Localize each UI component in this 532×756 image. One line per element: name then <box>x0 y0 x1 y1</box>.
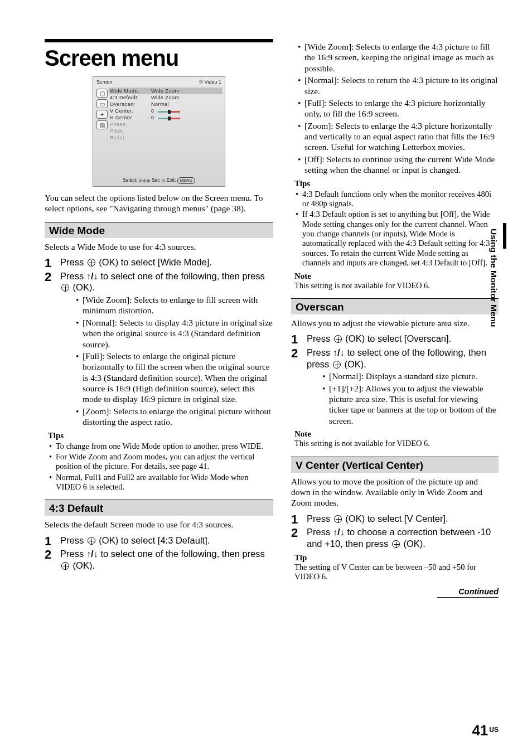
list-item: Normal, Full1 and Full2 are available fo… <box>48 473 273 492</box>
osd-row-label: 4:3 Default: <box>110 95 149 100</box>
section-vcenter: V Center (Vertical Center) <box>291 457 499 473</box>
input-icon: ⦾ <box>199 79 203 85</box>
arrow-icons: ↑/↓ <box>86 549 98 559</box>
step2a: Press <box>307 347 333 357</box>
page-title: Screen menu <box>45 46 273 71</box>
osd-title: Screen <box>96 79 113 85</box>
note-heading: Note <box>294 429 499 439</box>
tip-heading: Tip <box>294 553 499 563</box>
step2a: Press <box>60 271 86 281</box>
tips-heading: Tips <box>294 179 499 188</box>
osd-row-label: Reset: <box>110 135 149 140</box>
default43-options: [Wide Zoom]: Selects to enlarge the 4:3 … <box>291 41 499 176</box>
osd-row-label: H Center: <box>110 115 149 120</box>
wide-mode-tips: To change from one Wide Mode option to a… <box>48 442 273 492</box>
list-item: If 4:3 Default option is set to anything… <box>294 210 499 268</box>
osd-icon-screen: ▭ <box>96 99 108 108</box>
osd-row-value: 0 <box>151 115 221 120</box>
overscan-lead: Allows you to adjust the viewable pictur… <box>291 318 499 328</box>
osd-icon-column: ▢ ▭ ✦ ▤ <box>95 88 109 141</box>
wide-mode-lead: Selects a Wide Mode to use for 4:3 sourc… <box>45 241 273 252</box>
ok-icon <box>334 335 342 343</box>
osd-input: ⦾ Video 1 <box>199 79 221 85</box>
ok-icon <box>61 284 69 292</box>
step2a: Press <box>307 527 333 537</box>
arrow-icons: ↑/↓ <box>86 271 98 281</box>
osd-row: Phase: <box>109 121 223 128</box>
ok-icon <box>61 562 69 570</box>
overscan-note: This setting is not available for VIDEO … <box>294 439 499 448</box>
osd-help-select: Select: <box>123 177 137 183</box>
default43-lead: Selects the default Screen mode to use f… <box>45 519 273 530</box>
list-item: [Normal]: Displays a standard size pictu… <box>322 371 499 381</box>
vcenter-tip: The setting of V Center can be between –… <box>294 563 499 582</box>
osd-icon-other: ▤ <box>96 120 108 129</box>
vc-step-1: Press (OK) to select [V Center]. <box>291 513 499 525</box>
tips-heading: Tips <box>48 431 273 440</box>
page: Screen menu Screen ⦾ Video 1 ▢ ▭ ✦ ▤ <box>0 0 532 620</box>
ovs-step-2: Press ↑/↓ to select one of the following… <box>291 347 499 426</box>
list-item: [Wide Zoom]: Selects to enlarge to fill … <box>76 294 273 316</box>
arrow-icons: ↑/↓ <box>333 527 345 537</box>
list-item: For Wide Zoom and Zoom modes, you can ad… <box>48 452 273 472</box>
osd-row-label: V Center: <box>110 108 149 114</box>
osd-row-value: Wide Zoom <box>151 88 221 94</box>
osd-row-label: Phase: <box>110 122 149 127</box>
wide-step-1: Press (OK) to select [Wide Mode]. <box>45 256 273 268</box>
list-item: [Normal]: Selects to return the 4:3 pict… <box>298 75 499 96</box>
section-overscan: Overscan <box>291 298 499 314</box>
osd-row-value: 0 <box>151 108 221 114</box>
list-item: [Off]: Selects to continue using the cur… <box>298 154 499 176</box>
dpad-icon: ⊕⊕⊕ <box>139 178 151 183</box>
ok-mini-icon: ⊕ <box>161 178 165 183</box>
d43-step-2: Press ↑/↓ to select one of the following… <box>45 548 273 571</box>
ok-icon <box>392 540 400 548</box>
continued-rule <box>437 597 499 598</box>
ok-icon <box>88 259 95 266</box>
ovs-step-1: Press (OK) to select [Overscan]. <box>291 333 499 345</box>
list-item: [Zoom]: Selects to enlarge the 4:3 pictu… <box>298 120 499 153</box>
osd-input-label: Video 1 <box>205 79 221 85</box>
page-number-value: 41 <box>472 722 488 739</box>
continued-label: Continued <box>291 587 499 596</box>
side-tab-text: Using the Monitor Menu <box>489 229 499 327</box>
intro-text: You can select the options listed below … <box>45 192 273 214</box>
osd-row: Reset: <box>109 134 223 141</box>
ok-icon <box>333 361 341 369</box>
wide-mode-options: [Wide Zoom]: Selects to enlarge to fill … <box>60 294 273 428</box>
title-rule <box>45 39 273 42</box>
osd-row-label: Wide Mode: <box>110 88 149 94</box>
osd-icon-picture: ▢ <box>96 89 108 98</box>
osd-help-bar: Select: ⊕⊕⊕ Set: ⊕ Exit: MENU <box>93 177 225 184</box>
osd-row: V Center:0 <box>109 108 223 114</box>
list-item: [Zoom]: Selects to enlarge the original … <box>76 406 273 428</box>
section-43-default: 4:3 Default <box>45 500 273 516</box>
ok-icon <box>88 537 95 545</box>
default43-note: This setting is not available for VIDEO … <box>294 281 499 290</box>
osd-row-value: Wide Zoom <box>151 95 221 100</box>
vc-step-2: Press ↑/↓ to choose a correction between… <box>291 526 499 549</box>
osd-icon-setup: ✦ <box>96 110 108 119</box>
osd-help-set: Set: <box>152 177 160 183</box>
list-item: [Full]: Selects to enlarge the original … <box>76 351 273 405</box>
page-number-suffix: US <box>489 726 499 734</box>
osd-list: Wide Mode:Wide Zoom4:3 Default:Wide Zoom… <box>109 88 223 141</box>
osd-row-value: Normal <box>151 101 221 107</box>
osd-row: Overscan:Normal <box>109 101 223 108</box>
overscan-options: [Normal]: Displays a standard size pictu… <box>307 371 499 426</box>
osd-row: Wide Mode:Wide Zoom <box>109 88 223 94</box>
osd-screenshot: Screen ⦾ Video 1 ▢ ▭ ✦ ▤ Wide Mode:Wide … <box>93 76 225 187</box>
list-item: [Normal]: Selects to display 4:3 picture… <box>76 317 273 350</box>
osd-row: Pitch: <box>109 128 223 134</box>
note-heading: Note <box>294 272 499 281</box>
osd-help-exit: Exit: <box>167 177 176 183</box>
page-number: 41US <box>472 722 499 739</box>
list-item: To change from one Wide Mode option to a… <box>48 442 273 451</box>
osd-wrap: Screen ⦾ Video 1 ▢ ▭ ✦ ▤ Wide Mode:Wide … <box>45 76 273 187</box>
ok-icon <box>334 515 342 523</box>
d43-step-1: Press (OK) to select [4:3 Default]. <box>45 535 273 546</box>
menu-pill: MENU <box>177 177 195 184</box>
arrow-icons: ↑/↓ <box>333 347 345 357</box>
side-tab-bar <box>503 223 506 249</box>
vcenter-lead: Allows you to move the position of the p… <box>291 476 499 508</box>
